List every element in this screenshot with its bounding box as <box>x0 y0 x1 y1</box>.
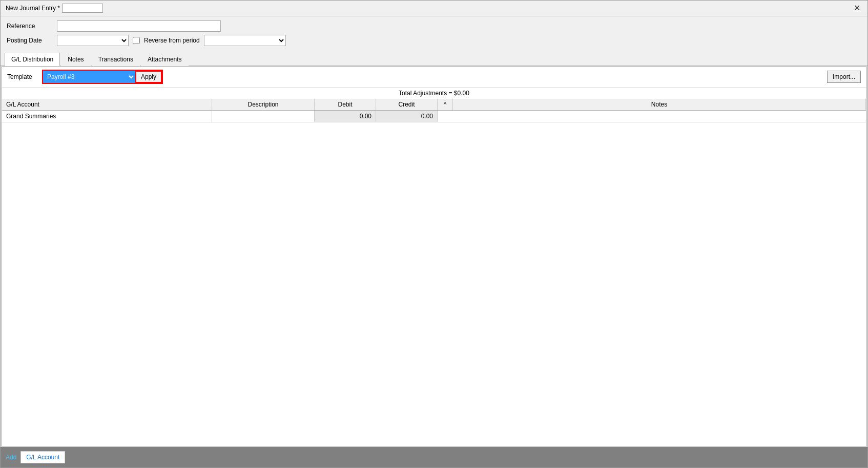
window-title: New Journal Entry * <box>6 5 60 12</box>
import-button[interactable]: Import... <box>827 71 861 83</box>
tab-transactions[interactable]: Transactions <box>92 53 140 66</box>
reference-label: Reference <box>7 23 53 30</box>
grand-summaries-notes <box>453 111 866 122</box>
grid-header: G/L Account Description Debit Credit ^ N… <box>2 99 866 111</box>
gl-account-button[interactable]: G/L Account <box>20 451 65 463</box>
col-header-notes: Notes <box>453 99 866 110</box>
grand-summaries-desc <box>212 111 315 122</box>
period-select[interactable] <box>204 35 286 46</box>
template-row: Template Payroll #3 Apply Import... <box>2 67 866 88</box>
add-link[interactable]: Add <box>6 454 16 461</box>
col-header-debit: Debit <box>315 99 376 110</box>
grand-summaries-credit: 0.00 <box>376 111 438 122</box>
reverse-label: Reverse from period <box>144 37 200 44</box>
grand-summaries-flag <box>438 111 453 122</box>
tabs-bar: G/L Distribution Notes Transactions Atta… <box>1 52 867 66</box>
bottom-bar: Add G/L Account <box>1 447 867 467</box>
reference-input[interactable] <box>57 20 221 32</box>
reverse-checkbox[interactable] <box>133 37 140 44</box>
title-input[interactable] <box>62 4 103 13</box>
template-container: Payroll #3 Apply <box>42 70 163 84</box>
col-header-description: Description <box>212 99 315 110</box>
col-header-credit: Credit <box>376 99 438 110</box>
col-header-gl-account: G/L Account <box>2 99 212 110</box>
tab-attachments[interactable]: Attachments <box>141 53 189 66</box>
close-button[interactable]: ✕ <box>852 4 862 12</box>
tab-gl-distribution[interactable]: G/L Distribution <box>5 53 60 66</box>
tab-notes[interactable]: Notes <box>61 53 90 66</box>
template-select[interactable]: Payroll #3 <box>43 71 135 83</box>
posting-date-select[interactable] <box>57 35 129 46</box>
total-adjustments: Total Adjustments = $0.00 <box>2 88 866 99</box>
grid-body <box>2 122 866 446</box>
grand-summaries-label: Grand Summaries <box>2 111 212 122</box>
col-header-flag: ^ <box>438 99 453 110</box>
grand-summaries-row: Grand Summaries 0.00 0.00 <box>2 111 866 122</box>
tab-panel-gl-distribution: Template Payroll #3 Apply Import... Tota… <box>2 66 866 447</box>
apply-button[interactable]: Apply <box>135 71 162 83</box>
grand-summaries-debit: 0.00 <box>315 111 376 122</box>
posting-date-label: Posting Date <box>7 37 53 44</box>
template-label: Template <box>7 73 38 80</box>
